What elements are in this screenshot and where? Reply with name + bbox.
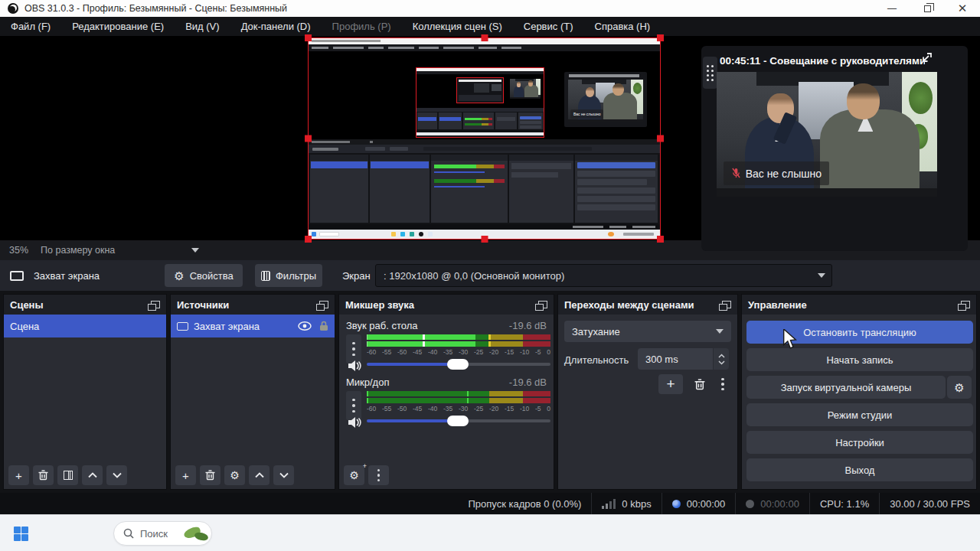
selected-source-label: Захват экрана <box>34 270 100 282</box>
transitions-title: Переходы между сценами <box>564 299 694 311</box>
stream-timer: 00:00:00 <box>662 493 736 514</box>
handle-bottom-right[interactable] <box>657 236 664 243</box>
minimize-button[interactable]: — <box>874 0 910 17</box>
scenes-toolbar: + <box>8 465 127 485</box>
sources-title: Источники <box>177 299 229 311</box>
preview-canvas[interactable]: Вас не слышно <box>0 36 980 240</box>
source-down-button[interactable] <box>273 465 294 485</box>
mini-canvas: Вас не слышно <box>309 51 660 139</box>
add-scene-button[interactable]: + <box>8 465 29 485</box>
slider-thumb[interactable] <box>447 359 469 370</box>
popout-icon[interactable] <box>961 301 970 308</box>
popout-icon[interactable] <box>319 301 328 308</box>
popout-icon[interactable] <box>538 301 547 308</box>
mixer-menu-button[interactable] <box>368 465 389 485</box>
advanced-audio-button[interactable]: ⚙+ <box>344 465 364 485</box>
transition-select[interactable]: Затухание <box>564 321 731 342</box>
zoom-percent: 35% <box>9 245 28 256</box>
zoom-fit-mode[interactable]: По размеру окна <box>41 245 115 256</box>
slider-thumb[interactable] <box>447 416 469 426</box>
handle-mid-right[interactable] <box>657 135 664 142</box>
spinner-up-icon[interactable] <box>718 354 725 358</box>
dock-drag-handle[interactable] <box>703 57 717 89</box>
scene-filters-button[interactable] <box>57 465 78 485</box>
source-properties-button[interactable]: ⚙ <box>224 465 245 485</box>
screen-capture-preview[interactable]: Вас не слышно <box>309 38 660 239</box>
scene-up-button[interactable] <box>82 465 103 485</box>
source-item[interactable]: Захват экрана <box>171 315 335 337</box>
start-recording-button[interactable]: Начать запись <box>746 348 973 371</box>
volume-slider[interactable] <box>367 416 550 426</box>
scenes-panel: Сцены Сцена + <box>3 294 167 490</box>
add-transition-button[interactable]: + <box>658 374 683 394</box>
settings-button[interactable]: Настройки <box>746 431 973 454</box>
search-box[interactable]: Поиск <box>113 521 212 546</box>
exit-button[interactable]: Выход <box>746 458 973 481</box>
scene-filters-icon <box>64 471 73 480</box>
restore-button[interactable] <box>910 0 945 17</box>
channel-name: Микр/доп <box>346 377 389 388</box>
popout-icon[interactable] <box>722 301 731 308</box>
volume-meter: -60-55-50-45-40-35-30-25-20-15-10-50 <box>367 391 550 412</box>
duration-spinner[interactable] <box>714 348 729 370</box>
properties-button[interactable]: ⚙ Свойства <box>165 264 243 287</box>
controls-title: Управление <box>748 299 807 311</box>
scene-item[interactable]: Сцена <box>4 315 166 337</box>
spinner-down-icon[interactable] <box>718 360 725 365</box>
menu-edit[interactable]: Редактирование (E) <box>61 17 175 36</box>
remove-scene-button[interactable] <box>33 465 54 485</box>
duration-input[interactable]: 300 ms <box>638 348 713 370</box>
studio-mode-button[interactable]: Режим студии <box>746 403 973 426</box>
add-source-button[interactable]: + <box>175 465 196 485</box>
start-button[interactable] <box>14 527 28 541</box>
filters-button[interactable]: Фильтры <box>255 264 322 287</box>
menu-scene-collection[interactable]: Коллекция сцен (S) <box>402 17 513 36</box>
menu-file[interactable]: Файл (F) <box>0 17 61 36</box>
cpu-usage: CPU: 1.1% <box>809 493 879 514</box>
screen-label: Экран <box>342 270 371 282</box>
dropped-frames: Пропуск кадров 0 (0.0%) <box>458 493 591 514</box>
scene-down-button[interactable] <box>106 465 127 485</box>
sources-panel: Источники Захват экрана + ⚙ <box>170 294 335 490</box>
filters-icon <box>261 271 270 281</box>
mute-button[interactable] <box>346 357 363 374</box>
mixer-toolbar: ⚙+ <box>344 465 389 485</box>
handle-top-center[interactable] <box>481 34 488 41</box>
menu-tools[interactable]: Сервис (T) <box>513 17 584 36</box>
virtual-camera-settings-button[interactable]: ⚙ <box>947 376 972 399</box>
transition-menu-button[interactable] <box>716 374 730 394</box>
remove-source-button[interactable] <box>200 465 220 485</box>
handle-bottom-left[interactable] <box>305 236 312 243</box>
handle-bottom-center[interactable] <box>481 236 488 243</box>
menu-docks[interactable]: Док-панели (D) <box>230 17 322 36</box>
eye-icon[interactable] <box>298 321 312 331</box>
virtual-camera-button[interactable]: Запуск виртуальной камеры <box>746 376 946 399</box>
duration-label: Длительность <box>564 354 629 366</box>
handle-mid-left[interactable] <box>305 135 312 142</box>
handle-top-right[interactable] <box>657 34 664 41</box>
remove-transition-button[interactable] <box>689 374 710 394</box>
mini-toolbar <box>309 145 660 153</box>
handle-top-left[interactable] <box>305 34 312 41</box>
menu-profile[interactable]: Профиль (P) <box>322 17 402 36</box>
popout-icon[interactable] <box>151 301 160 308</box>
source-up-button[interactable] <box>249 465 270 485</box>
screen-select[interactable]: : 1920x1080 @ 0,0 (Основной монитор) <box>375 264 832 287</box>
mute-button[interactable] <box>346 414 363 431</box>
volume-slider[interactable] <box>367 359 550 370</box>
close-button[interactable]: ✕ <box>945 0 980 17</box>
meeting-dock[interactable]: 00:45:11 - Совещание с руководителями ко… <box>701 46 968 251</box>
chevron-down-icon[interactable] <box>191 248 199 253</box>
bitrate: 0 kbps <box>591 493 661 514</box>
menu-help[interactable]: Справка (H) <box>584 17 662 36</box>
stop-streaming-button[interactable]: Остановить трансляцию <box>746 321 973 344</box>
lock-icon[interactable] <box>319 321 328 331</box>
audio-mixer-panel: Микшер звука Звук раб. стола -19.6 dB -6… <box>338 294 554 490</box>
live-indicator-icon <box>672 500 681 508</box>
window-titlebar[interactable]: OBS 31.0.3 - Профиль: Безымянный - Сцены… <box>0 0 980 17</box>
gear-icon: ⚙ <box>174 270 184 282</box>
dock-popout-icon[interactable] <box>920 52 933 67</box>
mouse-cursor <box>782 329 797 350</box>
menu-view[interactable]: Вид (V) <box>175 17 230 36</box>
mini-menubar <box>309 44 660 51</box>
